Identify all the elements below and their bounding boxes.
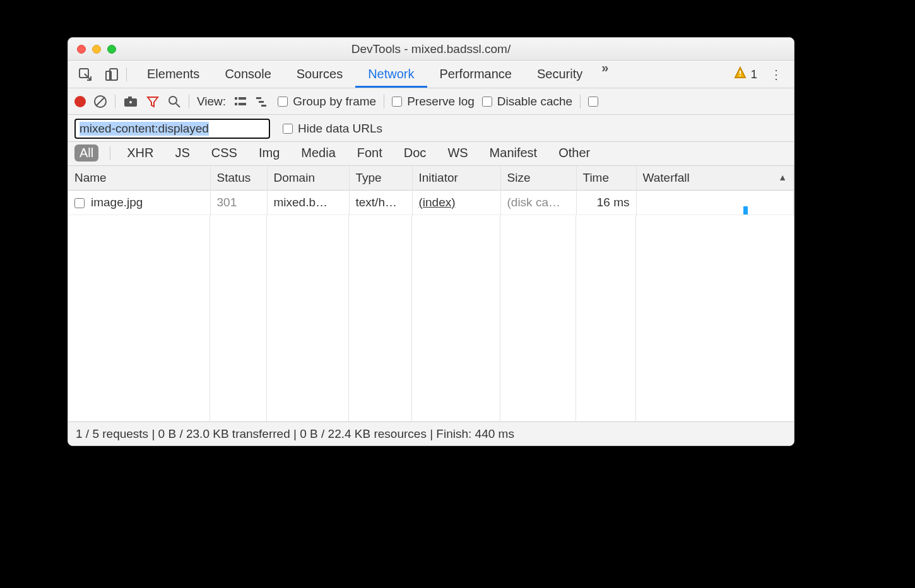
divider (580, 95, 581, 109)
group-by-frame-input[interactable] (278, 97, 288, 107)
svg-rect-13 (239, 97, 246, 100)
svg-point-9 (129, 101, 132, 103)
divider (115, 95, 115, 109)
view-list-button[interactable] (233, 95, 247, 108)
type-media[interactable]: Media (296, 144, 340, 162)
col-header-type[interactable]: Type (349, 166, 412, 191)
cell-size: (disk ca… (500, 191, 576, 215)
col-header-waterfall-label: Waterfall (643, 171, 690, 184)
preserve-log-label: Preserve log (407, 95, 475, 109)
group-by-frame-checkbox[interactable]: Group by frame (278, 95, 376, 109)
type-ws[interactable]: WS (442, 144, 473, 162)
screenshot-button[interactable] (123, 95, 138, 108)
col-header-waterfall[interactable]: Waterfall ▲ (636, 166, 794, 191)
divider (384, 95, 384, 109)
initiator-link[interactable]: (index) (419, 196, 456, 209)
svg-rect-15 (239, 103, 246, 105)
tab-security[interactable]: Security (524, 61, 595, 88)
svg-rect-14 (235, 103, 237, 105)
disable-cache-input[interactable] (482, 97, 492, 107)
view-label: View: (197, 95, 226, 109)
warnings-indicator[interactable]: 1 (734, 66, 757, 82)
svg-line-11 (176, 103, 180, 107)
svg-line-6 (96, 97, 105, 106)
status-text: 1 / 5 requests | 0 B / 23.0 KB transferr… (76, 427, 514, 441)
cell-domain: mixed.b… (267, 191, 349, 215)
preserve-log-checkbox[interactable]: Preserve log (392, 95, 475, 109)
hide-data-urls-label: Hide data URLs (298, 122, 382, 136)
sort-ascending-icon: ▲ (778, 172, 787, 182)
divider (110, 146, 110, 160)
hide-data-urls-checkbox[interactable]: Hide data URLs (283, 122, 382, 136)
divider (126, 68, 127, 81)
tab-performance[interactable]: Performance (427, 61, 525, 88)
table-row[interactable]: image.jpg 301 mixed.b… text/h… (index) (… (68, 191, 794, 215)
cell-status: 301 (210, 191, 267, 215)
device-toolbar-icon[interactable] (100, 65, 124, 84)
group-by-frame-label: Group by frame (293, 95, 376, 109)
type-xhr[interactable]: XHR (122, 144, 158, 162)
col-header-time[interactable]: Time (576, 166, 636, 191)
type-doc[interactable]: Doc (399, 144, 432, 162)
table-empty-area (68, 215, 794, 421)
hide-data-urls-input[interactable] (283, 124, 293, 134)
warning-count: 1 (750, 68, 757, 81)
col-header-domain[interactable]: Domain (267, 166, 349, 191)
clear-button[interactable] (93, 95, 107, 109)
svg-rect-16 (256, 97, 261, 99)
more-tabs-button[interactable]: » (595, 61, 615, 88)
type-all[interactable]: All (74, 144, 98, 162)
tab-sources[interactable]: Sources (284, 61, 355, 88)
type-css[interactable]: CSS (206, 144, 242, 162)
type-manifest[interactable]: Manifest (485, 144, 543, 162)
col-header-name[interactable]: Name (68, 166, 210, 191)
type-img[interactable]: Img (254, 144, 285, 162)
search-button[interactable] (167, 95, 181, 109)
row-select-checkbox[interactable] (74, 198, 85, 208)
type-filter-row: All XHR JS CSS Img Media Font Doc WS Man… (68, 142, 794, 166)
tab-elements[interactable]: Elements (134, 61, 212, 88)
col-header-size[interactable]: Size (500, 166, 576, 191)
main-tabs-row: Elements Console Sources Network Perform… (68, 61, 794, 88)
inspect-element-icon[interactable] (73, 65, 97, 84)
panel-tabs: Elements Console Sources Network Perform… (134, 61, 731, 88)
disable-cache-checkbox[interactable]: Disable cache (482, 95, 572, 109)
cell-initiator: (index) (412, 191, 500, 215)
type-js[interactable]: JS (170, 144, 194, 162)
offline-checkbox-partial[interactable] (588, 97, 598, 107)
svg-rect-8 (128, 97, 132, 99)
tab-console[interactable]: Console (212, 61, 283, 88)
devtools-window: DevTools - mixed.badssl.com/ Elements Co… (68, 37, 794, 446)
svg-rect-12 (235, 97, 237, 100)
warning-icon (734, 66, 747, 82)
view-large-button[interactable] (255, 95, 270, 108)
col-header-initiator[interactable]: Initiator (412, 166, 500, 191)
waterfall-bar (743, 206, 748, 215)
cell-waterfall (636, 191, 794, 215)
filter-toggle-button[interactable] (146, 95, 160, 109)
window-title: DevTools - mixed.badssl.com/ (68, 42, 794, 56)
requests-table: Name Status Domain Type Initiator Size T… (68, 166, 794, 421)
filter-input[interactable] (74, 119, 270, 139)
cell-name: image.jpg (68, 191, 210, 215)
status-bar: 1 / 5 requests | 0 B / 23.0 KB transferr… (68, 421, 794, 445)
svg-rect-18 (261, 105, 266, 107)
record-button[interactable] (74, 96, 86, 107)
svg-point-4 (740, 75, 741, 76)
type-other[interactable]: Other (553, 144, 595, 162)
filter-row: Hide data URLs (68, 115, 794, 142)
settings-menu-button[interactable]: ⋮ (764, 67, 789, 82)
divider (189, 95, 189, 109)
col-header-status[interactable]: Status (210, 166, 267, 191)
preserve-log-input[interactable] (392, 97, 402, 107)
tab-network[interactable]: Network (355, 61, 427, 88)
disable-cache-label: Disable cache (497, 95, 572, 109)
svg-point-10 (169, 97, 177, 104)
cell-type: text/h… (349, 191, 412, 215)
network-toolbar: View: Group by frame Preserve log Disabl… (68, 88, 794, 115)
table-header-row: Name Status Domain Type Initiator Size T… (68, 166, 794, 191)
svg-rect-17 (259, 101, 264, 103)
cell-name-text: image.jpg (91, 196, 143, 209)
type-font[interactable]: Font (352, 144, 387, 162)
titlebar: DevTools - mixed.badssl.com/ (68, 38, 794, 61)
